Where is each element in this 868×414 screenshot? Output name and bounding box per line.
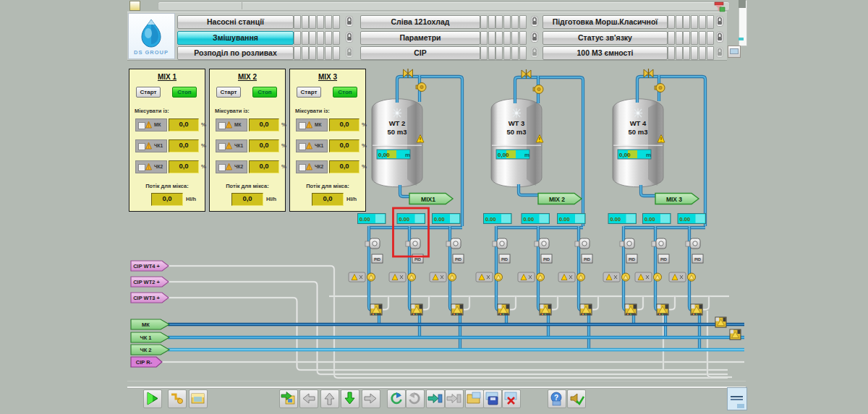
svg-text:0,00: 0,00: [619, 152, 631, 158]
svg-text:50 m3: 50 m3: [629, 128, 648, 136]
svg-text:ЧК 2: ЧК 2: [140, 347, 151, 353]
svg-text:WT 4: WT 4: [630, 119, 647, 127]
svg-text:?: ?: [554, 394, 558, 402]
svg-text:PID: PID: [543, 257, 550, 262]
svg-text:PID: PID: [694, 257, 701, 262]
svg-text:0.00: 0.00: [485, 216, 496, 223]
svg-text:PID: PID: [374, 257, 380, 262]
svg-text:PID: PID: [501, 257, 508, 262]
svg-text:0.00: 0.00: [680, 216, 691, 223]
svg-text:0.00: 0.00: [399, 216, 410, 223]
svg-text:CIP WT2 +: CIP WT2 +: [133, 279, 160, 285]
svg-text:CIP R-: CIP R-: [136, 359, 153, 366]
svg-text:m: m: [524, 152, 529, 158]
svg-text:0.00: 0.00: [524, 216, 535, 223]
svg-text:ЧК 1: ЧК 1: [140, 335, 151, 341]
svg-text:MIX1: MIX1: [421, 196, 435, 203]
svg-text:0,00: 0,00: [498, 152, 509, 158]
svg-text:CIP WT4 +: CIP WT4 +: [133, 263, 160, 269]
svg-text:PID: PID: [455, 257, 461, 262]
svg-text:0,00: 0,00: [378, 152, 390, 158]
svg-text:50 m3: 50 m3: [388, 128, 407, 136]
svg-text:PID: PID: [660, 257, 667, 262]
svg-text:PID: PID: [584, 257, 590, 262]
svg-text:0.00: 0.00: [644, 216, 655, 223]
svg-text:CIP WT3 +: CIP WT3 +: [133, 295, 160, 301]
svg-text:PID: PID: [414, 257, 421, 262]
svg-text:MIX 2: MIX 2: [549, 196, 565, 203]
svg-text:0.00: 0.00: [559, 216, 570, 223]
svg-text:m: m: [646, 152, 651, 158]
svg-text:0.00: 0.00: [434, 216, 445, 223]
svg-text:WT 3: WT 3: [509, 119, 525, 127]
svg-text:МК: МК: [142, 322, 150, 328]
svg-text:WT 2: WT 2: [389, 119, 406, 127]
svg-text:0.00: 0.00: [610, 216, 621, 223]
svg-text:50 m3: 50 m3: [507, 128, 527, 136]
svg-text:m: m: [405, 152, 410, 158]
svg-text:0.00: 0.00: [359, 216, 370, 223]
svg-text:PID: PID: [629, 257, 635, 262]
svg-text:MIX 3: MIX 3: [666, 196, 682, 203]
